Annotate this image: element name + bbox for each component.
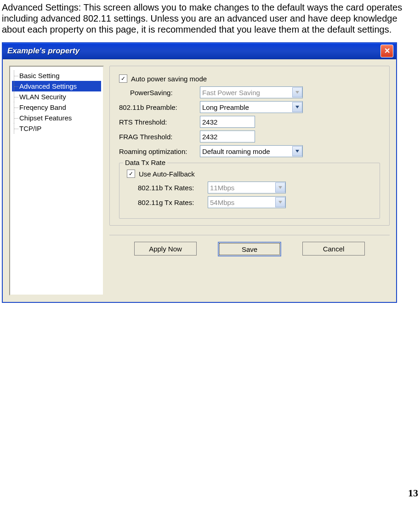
button-bar: Apply Now Save Cancel (109, 235, 390, 256)
rts-label: RTS Threshold: (119, 118, 200, 126)
b-rate-value: 11Mbps (210, 184, 234, 192)
nav-tree: Basic Setting Advanced Settings WLAN Sec… (9, 66, 104, 296)
check-icon: ✓ (121, 76, 125, 81)
rts-input[interactable] (200, 116, 255, 128)
property-window: Example's property ✕ Basic Setting Advan… (2, 42, 397, 303)
g-rate-select: 54Mbps (208, 196, 286, 208)
tree-item-chipset-features[interactable]: Chipset Features (12, 113, 101, 123)
frag-label: FRAG Threshold: (119, 133, 200, 141)
auto-fallback-checkbox[interactable]: ✓ (127, 170, 135, 178)
power-saving-label: PowerSaving: (119, 89, 200, 97)
cancel-button[interactable]: Cancel (302, 242, 365, 256)
preamble-label: 802.11b Preamble: (119, 103, 200, 111)
b-rate-label: 802.11b Tx Rates: (127, 184, 208, 192)
tree-item-tcpip[interactable]: TCP/IP (12, 123, 101, 134)
g-rate-value: 54Mbps (210, 199, 234, 206)
power-saving-value: Fast Power Saving (202, 89, 260, 97)
roaming-label: Roaming optimization: (119, 148, 200, 155)
auto-power-saving-checkbox[interactable]: ✓ (119, 74, 127, 83)
close-button[interactable]: ✕ (380, 45, 393, 57)
close-icon: ✕ (384, 47, 390, 55)
data-tx-rate-legend: Data Tx Rate (123, 159, 167, 166)
roaming-value: Default roaming mode (202, 148, 270, 155)
g-rate-label: 802.11g Tx Rates: (127, 199, 208, 206)
chevron-down-icon (275, 197, 285, 207)
chevron-down-icon (275, 182, 285, 193)
save-button[interactable]: Save (218, 242, 281, 256)
tree-item-frequency-band[interactable]: Freqency Band (12, 102, 101, 113)
chevron-down-icon (292, 146, 302, 156)
chevron-down-icon (292, 87, 302, 97)
auto-power-saving-label: Auto power saving mode (131, 75, 207, 83)
preamble-select[interactable]: Long Preamble (200, 101, 303, 113)
apply-now-button[interactable]: Apply Now (134, 242, 197, 256)
tree-item-wlan-security[interactable]: WLAN Security (12, 91, 101, 102)
window-title: Example's property (7, 46, 380, 56)
titlebar: Example's property ✕ (3, 43, 396, 59)
page-number: 13 (0, 487, 418, 499)
tree-item-advanced-settings[interactable]: Advanced Settings (12, 81, 101, 91)
auto-fallback-label: Use Auto-Fallback (139, 170, 195, 178)
chevron-down-icon (292, 102, 302, 112)
settings-panel: ✓ Auto power saving mode PowerSaving: Fa… (109, 66, 390, 226)
b-rate-select: 11Mbps (208, 182, 286, 193)
frag-input[interactable] (200, 131, 255, 142)
roaming-select[interactable]: Default roaming mode (200, 145, 303, 157)
intro-text: Advanced Settings: This screen allows yo… (2, 2, 418, 35)
tree-item-basic-setting[interactable]: Basic Setting (12, 70, 101, 81)
data-tx-rate-group: Data Tx Rate ✓ Use Auto-Fallback 802.11b… (119, 163, 380, 219)
preamble-value: Long Preamble (202, 103, 249, 111)
power-saving-select: Fast Power Saving (200, 86, 303, 98)
check-icon: ✓ (129, 171, 133, 176)
